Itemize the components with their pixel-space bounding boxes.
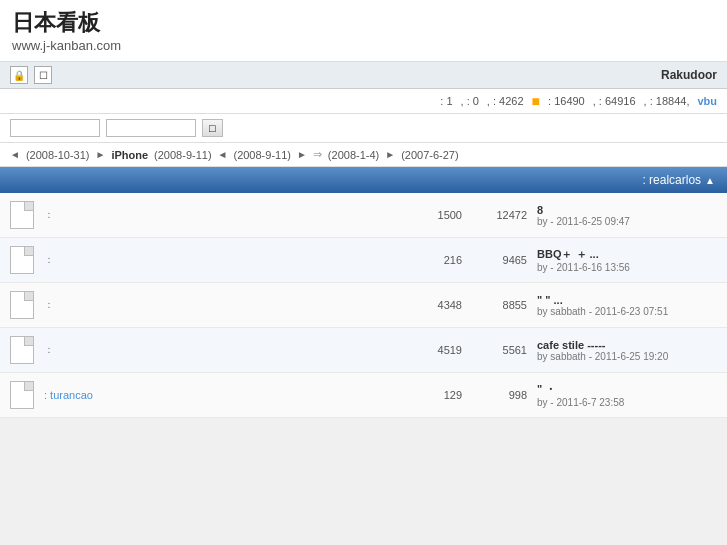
window-icon[interactable]: ☐: [34, 66, 52, 84]
search-button[interactable]: □: [202, 119, 223, 137]
forum-table: ： 1500 12472 8 by - 2011-6-25 09:47 ： 21…: [0, 193, 727, 418]
last-post: cafe stile ----- by sabbath - 2011-6-25 …: [537, 339, 717, 362]
stat2: , : 0: [461, 95, 479, 107]
logo-url: www.j-kanban.com: [12, 38, 121, 53]
search-bar: □: [0, 114, 727, 143]
collapse-icon[interactable]: ▲: [705, 175, 715, 186]
stats-bar: : 1 , : 0 , : 4262 ■ : 16490 , : 64916 ,…: [0, 89, 727, 114]
vbu-link[interactable]: vbu: [697, 95, 717, 107]
topic-info: ：: [44, 298, 402, 312]
lock-icon[interactable]: 🔒: [10, 66, 28, 84]
last-post-title: " " ...: [537, 294, 717, 306]
file-icon: [10, 246, 34, 274]
toolbar: 🔒 ☐ Rakudoor: [0, 62, 727, 89]
num-col: 4348: [412, 299, 462, 311]
nav-item-iphone[interactable]: iPhone: [111, 149, 148, 161]
topic-info: : turancao: [44, 388, 402, 402]
stat3: , : 4262: [487, 95, 524, 107]
forum-header-username: : realcarlos: [642, 173, 701, 187]
nav-arrow-prev-2[interactable]: ◄: [218, 149, 228, 160]
stat5: , : 64916: [593, 95, 636, 107]
stat1: : 1: [440, 95, 452, 107]
rss-icon[interactable]: ■: [532, 93, 540, 109]
last-post-title: 8: [537, 204, 717, 216]
topic-info: ：: [44, 253, 402, 267]
nav-arrow-prev-1[interactable]: ◄: [10, 149, 20, 160]
nav-arrow-next-3[interactable]: ►: [385, 149, 395, 160]
post-col: 8855: [472, 299, 527, 311]
stat4: : 16490: [548, 95, 585, 107]
topic-subtitle: ：: [44, 343, 402, 357]
post-col: 5561: [472, 344, 527, 356]
search-input-2[interactable]: [106, 119, 196, 137]
last-post: 8 by - 2011-6-25 09:47: [537, 204, 717, 227]
last-post-title: " ・: [537, 382, 717, 397]
toolbar-left: 🔒 ☐: [10, 66, 52, 84]
topic-info: ：: [44, 208, 402, 222]
nav-arrow-next-2[interactable]: ►: [297, 149, 307, 160]
nav-arrow-next-1[interactable]: ►: [96, 149, 106, 160]
num-col: 216: [412, 254, 462, 266]
num-col: 1500: [412, 209, 462, 221]
user-link[interactable]: : turancao: [44, 389, 93, 401]
logo-kanji: 日本看板: [12, 8, 117, 38]
file-icon: [10, 381, 34, 409]
table-row: ： 4348 8855 " " ... by sabbath - 2011-6-…: [0, 283, 727, 328]
forum-header-user: : realcarlos ▲: [642, 173, 715, 187]
num-col: 4519: [412, 344, 462, 356]
file-icon: [10, 201, 34, 229]
table-row: ： 216 9465 BBQ＋ ＋ ... by - 2011-6-16 13:…: [0, 238, 727, 283]
last-post-by: by - 2011-6-7 23:58: [537, 397, 717, 408]
last-post-title: BBQ＋ ＋ ...: [537, 247, 717, 262]
header: 日本看板 www.j-kanban.com: [0, 0, 727, 62]
stat6: , : 18844,: [644, 95, 690, 107]
last-post-by: by - 2011-6-16 13:56: [537, 262, 717, 273]
topic-subtitle: ：: [44, 298, 402, 312]
forum-header: : realcarlos ▲: [0, 167, 727, 193]
last-post: " ・ by - 2011-6-7 23:58: [537, 382, 717, 408]
topic-subtitle: ：: [44, 208, 402, 222]
nav-bar: ◄ (2008-10-31) ► iPhone (2008-9-11) ◄ (2…: [0, 143, 727, 167]
nav-item-1: (2008-10-31): [26, 149, 90, 161]
table-row: : turancao 129 998 " ・ by - 2011-6-7 23:…: [0, 373, 727, 418]
last-post: " " ... by sabbath - 2011-6-23 07:51: [537, 294, 717, 317]
table-row: ： 1500 12472 8 by - 2011-6-25 09:47: [0, 193, 727, 238]
last-post-by: by sabbath - 2011-6-23 07:51: [537, 306, 717, 317]
nav-item-3: (2008-9-11): [233, 149, 290, 161]
post-col: 998: [472, 389, 527, 401]
nav-item-4: (2008-1-4): [328, 149, 379, 161]
topic-info: ：: [44, 343, 402, 357]
last-post: BBQ＋ ＋ ... by - 2011-6-16 13:56: [537, 247, 717, 273]
nav-separator: ⇒: [313, 148, 322, 161]
file-icon: [10, 336, 34, 364]
last-post-title: cafe stile -----: [537, 339, 717, 351]
search-input-1[interactable]: [10, 119, 100, 137]
last-post-by: by - 2011-6-25 09:47: [537, 216, 717, 227]
topic-subtitle: ：: [44, 253, 402, 267]
file-icon: [10, 291, 34, 319]
num-col: 129: [412, 389, 462, 401]
nav-item-5: (2007-6-27): [401, 149, 458, 161]
last-post-by: by sabbath - 2011-6-25 19:20: [537, 351, 717, 362]
toolbar-username: Rakudoor: [661, 68, 717, 82]
nav-item-2: (2008-9-11): [154, 149, 211, 161]
post-col: 12472: [472, 209, 527, 221]
post-col: 9465: [472, 254, 527, 266]
table-row: ： 4519 5561 cafe stile ----- by sabbath …: [0, 328, 727, 373]
